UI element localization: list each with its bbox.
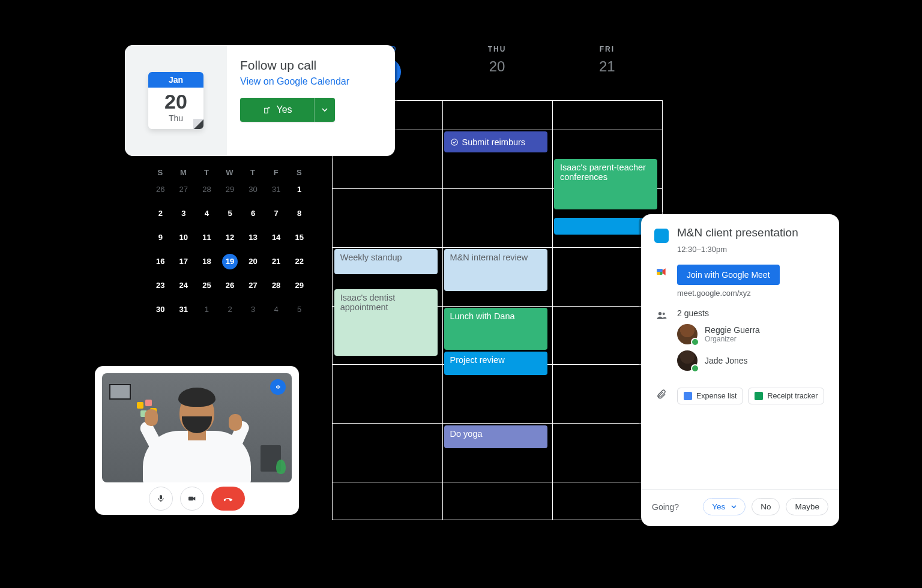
- video-feed[interactable]: [102, 373, 292, 482]
- day-header-thu[interactable]: THU 20: [442, 45, 552, 89]
- event-mn-review[interactable]: M&N internal review: [444, 249, 547, 291]
- mini-cal-day[interactable]: 4: [265, 302, 288, 317]
- mini-cal-day[interactable]: 31: [265, 182, 288, 197]
- guests-count: 2 guests: [677, 308, 826, 318]
- event-dentist[interactable]: Isaac's dentist appointment: [334, 289, 438, 356]
- event-do-yoga[interactable]: Do yoga: [444, 425, 547, 448]
- mini-cal-day[interactable]: 3: [241, 302, 265, 317]
- view-on-calendar-link[interactable]: View on Google Calendar: [240, 76, 382, 87]
- mini-cal-day[interactable]: 5: [288, 302, 311, 317]
- mini-cal-day[interactable]: 1: [195, 302, 218, 317]
- guest-row[interactable]: Reggie Guerra Organizer: [677, 324, 826, 344]
- mini-cal-day[interactable]: 4: [195, 206, 218, 221]
- mini-month-calendar[interactable]: SMTWTFS 26272829303112345678910111213141…: [149, 168, 311, 317]
- event-detail-time: 12:30–1:30pm: [677, 245, 826, 254]
- mini-cal-day[interactable]: 30: [241, 182, 265, 197]
- avatar: [677, 324, 698, 344]
- guest-row[interactable]: Jade Jones: [677, 350, 826, 371]
- svg-rect-3: [278, 385, 279, 389]
- mini-cal-day[interactable]: 30: [149, 302, 172, 317]
- meet-url[interactable]: meet.google.com/xyz: [677, 289, 780, 298]
- event-submit-reimburs[interactable]: Submit reimburs: [444, 131, 547, 152]
- speaking-icon: [270, 379, 286, 395]
- building-sparkle-icon: [262, 105, 271, 115]
- going-label: Going?: [652, 502, 679, 512]
- people-icon: [654, 308, 669, 322]
- mini-cal-grid[interactable]: 2627282930311234567891011121314151617181…: [149, 182, 311, 317]
- mini-cal-day[interactable]: 29: [218, 182, 242, 197]
- mini-cal-day[interactable]: 18: [195, 254, 218, 269]
- rsvp-yes-split-button[interactable]: Yes: [240, 98, 335, 122]
- mini-cal-day[interactable]: 1: [288, 182, 311, 197]
- day-header-fri[interactable]: FRI 21: [552, 45, 662, 89]
- mini-cal-day[interactable]: 11: [195, 230, 218, 245]
- mic-icon: [156, 494, 166, 503]
- event-project-review[interactable]: Project review: [444, 352, 547, 374]
- accepted-icon: [691, 338, 699, 346]
- mini-cal-day[interactable]: 19: [218, 254, 242, 269]
- event-color-icon: [654, 229, 669, 243]
- rsvp-yes-pill[interactable]: Yes: [703, 498, 746, 515]
- week-body[interactable]: Submit reimburs Isaac's parent-teacher c…: [332, 100, 662, 520]
- camera-button[interactable]: [180, 487, 204, 511]
- mini-cal-day[interactable]: 21: [265, 254, 288, 269]
- mini-cal-day[interactable]: 24: [172, 278, 196, 293]
- mini-cal-day[interactable]: 26: [149, 182, 172, 197]
- mini-cal-day[interactable]: 8: [288, 206, 311, 221]
- mini-cal-day[interactable]: 13: [241, 230, 265, 245]
- meet-icon: [654, 265, 669, 278]
- event-detail-card: M&N client presentation 12:30–1:30pm Joi…: [641, 214, 839, 526]
- mini-cal-day[interactable]: 28: [265, 278, 288, 293]
- mini-cal-day[interactable]: 5: [218, 206, 242, 221]
- mini-cal-day[interactable]: 15: [288, 230, 311, 245]
- mini-cal-day[interactable]: 23: [149, 278, 172, 293]
- mini-cal-day[interactable]: 12: [218, 230, 242, 245]
- accepted-icon: [691, 364, 699, 373]
- mini-cal-day[interactable]: 29: [288, 278, 311, 293]
- svg-point-11: [663, 313, 665, 315]
- mini-cal-day[interactable]: 3: [172, 206, 196, 221]
- mini-cal-day[interactable]: 28: [195, 182, 218, 197]
- event-detail-title: M&N client presentation: [677, 226, 798, 239]
- mini-cal-dow: S: [288, 168, 311, 177]
- attachment-expense-list[interactable]: Expense list: [677, 388, 743, 404]
- mini-cal-day[interactable]: 14: [265, 230, 288, 245]
- mini-cal-day[interactable]: 2: [149, 206, 172, 221]
- guest-name: Reggie Guerra: [705, 325, 760, 335]
- guest-role: Organizer: [705, 335, 760, 343]
- rsvp-no-pill[interactable]: No: [752, 498, 780, 515]
- rsvp-dropdown-button[interactable]: [315, 98, 335, 122]
- mini-cal-day[interactable]: 25: [195, 278, 218, 293]
- mini-cal-day[interactable]: 7: [265, 206, 288, 221]
- mini-cal-day[interactable]: 16: [149, 254, 172, 269]
- mini-cal-day[interactable]: 17: [172, 254, 196, 269]
- mini-cal-day[interactable]: 10: [172, 230, 196, 245]
- join-meet-button[interactable]: Join with Google Meet: [677, 265, 780, 285]
- rsvp-footer: Going? Yes No Maybe: [641, 489, 839, 526]
- hangup-button[interactable]: [211, 487, 245, 511]
- mini-cal-day[interactable]: 9: [149, 230, 172, 245]
- mini-cal-dow: M: [172, 168, 196, 177]
- mini-cal-day[interactable]: 22: [288, 254, 311, 269]
- caret-down-icon: [322, 107, 328, 113]
- mini-cal-day[interactable]: 27: [172, 182, 196, 197]
- attachment-receipt-tracker[interactable]: Receipt tracker: [748, 388, 824, 404]
- mini-cal-day[interactable]: 31: [172, 302, 196, 317]
- mini-cal-day[interactable]: 20: [241, 254, 265, 269]
- rsvp-maybe-pill[interactable]: Maybe: [786, 498, 828, 515]
- mini-cal-day[interactable]: 26: [218, 278, 242, 293]
- day-number: 21: [552, 58, 662, 75]
- mini-cal-day[interactable]: 27: [241, 278, 265, 293]
- mic-button[interactable]: [149, 487, 173, 511]
- sheets-icon: [755, 392, 763, 400]
- mini-cal-day[interactable]: 6: [241, 206, 265, 221]
- phone-hangup-icon: [221, 492, 235, 505]
- caret-down-icon: [731, 504, 737, 509]
- mini-cal-day[interactable]: 2: [218, 302, 242, 317]
- rsvp-yes-button[interactable]: Yes: [240, 98, 315, 122]
- followup-title: Follow up call: [240, 58, 382, 73]
- event-lunch[interactable]: Lunch with Dana: [444, 308, 547, 350]
- camera-icon: [187, 494, 197, 503]
- event-weekly-standup[interactable]: Weekly standup: [334, 249, 438, 274]
- event-isaac-conferences[interactable]: Isaac's parent-teacher conferences: [554, 159, 657, 209]
